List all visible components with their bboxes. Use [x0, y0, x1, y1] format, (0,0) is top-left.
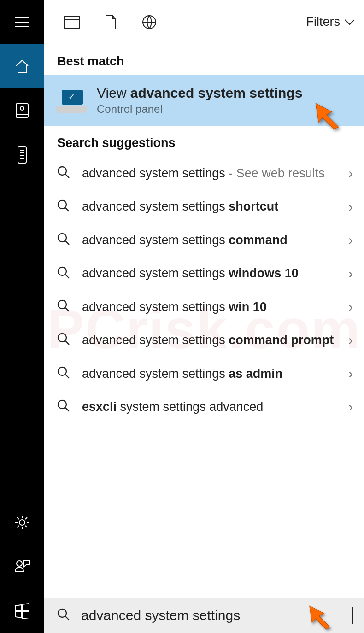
card-icon	[15, 103, 29, 118]
web-scope-icon	[141, 14, 157, 30]
gear-icon	[14, 514, 30, 531]
best-match-subtitle: Control panel	[97, 103, 302, 116]
svg-point-12	[58, 334, 66, 342]
svg-point-14	[58, 400, 66, 409]
hamburger-menu-button[interactable]	[0, 0, 44, 44]
search-icon	[57, 366, 74, 381]
svg-point-3	[19, 520, 25, 525]
suggestion-text: advanced system settings command prompt	[82, 332, 345, 348]
suggestion-item[interactable]: advanced system settings - See web resul…	[44, 157, 364, 190]
suggestions-header: Search suggestions	[44, 126, 364, 157]
apps-scope-icon	[64, 15, 80, 29]
search-input[interactable]	[81, 608, 353, 623]
filters-button[interactable]: Filters	[306, 15, 356, 29]
text-cursor	[352, 607, 353, 624]
remote-icon	[17, 146, 27, 164]
cortana-sidebar	[0, 0, 44, 633]
suggestion-item[interactable]: advanced system settings windows 10›	[44, 257, 364, 290]
chevron-right-icon: ›	[348, 332, 353, 348]
feedback-button[interactable]	[0, 545, 44, 589]
search-icon	[57, 299, 74, 314]
svg-point-1	[20, 106, 24, 110]
chevron-down-icon	[344, 18, 356, 26]
settings-button[interactable]	[0, 500, 44, 545]
chevron-right-icon: ›	[348, 366, 353, 381]
search-bar[interactable]	[44, 598, 364, 633]
svg-point-7	[58, 167, 66, 175]
svg-point-8	[58, 200, 66, 209]
search-icon	[57, 333, 74, 347]
suggestion-text: advanced system settings as admin	[82, 365, 345, 382]
search-icon	[57, 233, 74, 247]
chevron-right-icon: ›	[348, 165, 353, 181]
start-button[interactable]	[0, 589, 44, 633]
feedback-icon	[14, 559, 30, 574]
results-area: Best match View advanced system settings…	[44, 44, 364, 598]
chevron-right-icon: ›	[348, 299, 353, 315]
suggestion-item[interactable]: advanced system settings shortcut›	[44, 190, 364, 223]
suggestion-text: esxcli system settings advanced	[82, 399, 345, 415]
chevron-right-icon: ›	[348, 232, 353, 248]
search-icon	[57, 199, 74, 214]
suggestion-item[interactable]: esxcli system settings advanced›	[44, 390, 364, 423]
chevron-right-icon: ›	[348, 199, 353, 215]
sidebar-item-2[interactable]	[0, 133, 44, 177]
suggestion-text: advanced system settings shortcut	[82, 198, 345, 215]
suggestion-text: advanced system settings command	[82, 232, 345, 248]
hamburger-icon	[14, 17, 30, 28]
svg-point-13	[58, 367, 66, 375]
scope-web-button[interactable]	[135, 14, 164, 30]
suggestion-text: advanced system settings - See web resul…	[82, 165, 345, 182]
best-match-result[interactable]: View advanced system settings Control pa…	[44, 75, 364, 126]
suggestion-item[interactable]: advanced system settings as admin›	[44, 357, 364, 390]
search-icon	[57, 166, 74, 181]
document-scope-icon	[104, 14, 117, 30]
suggestion-text: advanced system settings win 10	[82, 299, 345, 315]
windows-logo-icon	[14, 603, 30, 619]
suggestion-item[interactable]: advanced system settings win 10›	[44, 290, 364, 323]
suggestion-item[interactable]: advanced system settings command›	[44, 223, 364, 257]
scope-documents-button[interactable]	[96, 14, 125, 30]
search-icon	[57, 399, 74, 414]
scope-apps-button[interactable]	[57, 15, 87, 29]
best-match-header: Best match	[44, 44, 364, 75]
chevron-right-icon: ›	[348, 399, 353, 415]
svg-point-9	[58, 234, 66, 242]
sidebar-item-1[interactable]	[0, 88, 44, 133]
sidebar-home-button[interactable]	[0, 44, 44, 88]
suggestion-list: advanced system settings - See web resul…	[44, 157, 364, 424]
filters-label: Filters	[306, 15, 341, 29]
svg-point-11	[58, 300, 66, 309]
svg-rect-5	[65, 16, 79, 28]
svg-point-15	[58, 609, 66, 617]
scope-toolbar: Filters	[44, 0, 364, 44]
chevron-right-icon: ›	[348, 266, 353, 281]
svg-rect-2	[18, 147, 26, 163]
search-icon	[57, 266, 74, 281]
suggestion-text: advanced system settings windows 10	[82, 265, 345, 281]
home-icon	[14, 59, 30, 74]
best-match-title: View advanced system settings	[97, 85, 302, 101]
svg-point-10	[58, 267, 66, 275]
control-panel-icon	[55, 88, 88, 113]
search-panel: PCrisk.com Filters Best match	[44, 0, 364, 633]
suggestion-item[interactable]: advanced system settings command prompt›	[44, 323, 364, 357]
search-icon	[57, 608, 74, 623]
svg-point-4	[17, 561, 22, 566]
